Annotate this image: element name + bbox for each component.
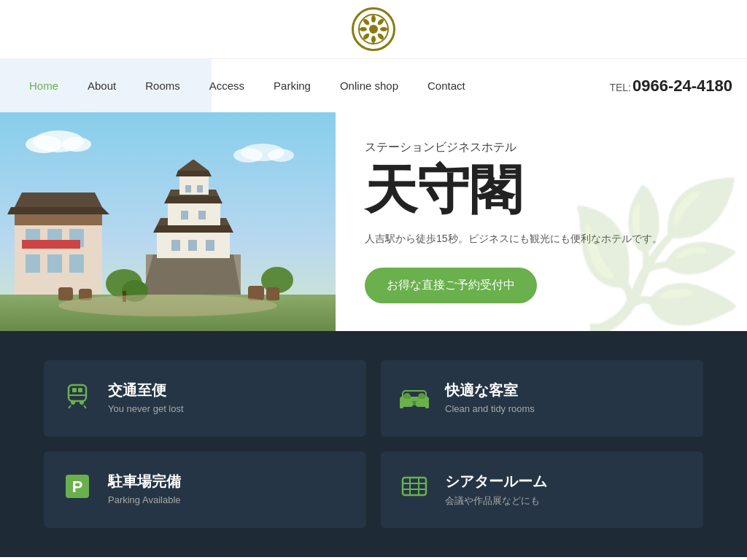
svg-rect-70: [416, 401, 429, 407]
hero-title: 天守閣: [365, 161, 718, 219]
svg-point-51: [268, 149, 294, 162]
hero-subtitle: ステーションビジネスホテル: [365, 140, 718, 155]
feature-card-theater: シアタールーム 会議や作品展などにも: [381, 451, 703, 528]
tel-label: TEL:: [609, 82, 631, 93]
nav-item-contact[interactable]: Contact: [413, 59, 480, 112]
feature-text-transport: 交通至便 You never get lost: [108, 381, 184, 414]
nav-inner: Home About Rooms Access Parking Online s…: [0, 59, 747, 112]
feature-title-room: 快適な客室: [445, 381, 535, 400]
svg-point-61: [71, 400, 75, 405]
svg-marker-14: [7, 207, 109, 214]
hero-image: [0, 112, 336, 331]
svg-rect-52: [58, 287, 73, 300]
train-icon: [61, 381, 93, 416]
hero-section: 🌿 ステーションビジネスホテル 天守閣 人吉駅から徒歩15秒。ビジネスにも観光に…: [0, 112, 747, 331]
svg-rect-22: [22, 240, 80, 249]
svg-marker-29: [164, 196, 222, 203]
nav-item-online-shop[interactable]: Online shop: [325, 59, 413, 112]
svg-rect-37: [181, 211, 188, 219]
svg-marker-26: [153, 225, 233, 233]
svg-text:P: P: [72, 478, 83, 496]
feature-desc-room: Clean and tidy rooms: [445, 403, 535, 414]
svg-point-48: [62, 137, 91, 152]
svg-rect-28: [168, 203, 220, 225]
nav-item-parking[interactable]: Parking: [259, 59, 325, 112]
svg-rect-57: [69, 385, 86, 401]
svg-rect-21: [69, 254, 84, 273]
svg-marker-15: [15, 192, 102, 207]
svg-point-56: [58, 295, 277, 316]
feature-card-parking: P 駐車場完備 Parking Available: [44, 451, 366, 528]
feature-title-transport: 交通至便: [108, 381, 184, 400]
svg-rect-58: [72, 388, 77, 392]
feature-text-parking: 駐車場完備 Parking Available: [108, 472, 181, 505]
feature-desc-theater: 会議や作品展などにも: [445, 494, 547, 508]
hero-buildings-svg: [0, 112, 336, 331]
svg-rect-31: [179, 176, 209, 195]
svg-point-6: [371, 36, 376, 43]
nav-item-home[interactable]: Home: [15, 59, 73, 112]
svg-rect-59: [78, 388, 82, 392]
svg-rect-36: [206, 240, 214, 251]
svg-rect-76: [403, 478, 426, 495]
svg-rect-38: [198, 211, 206, 219]
feature-text-room: 快適な客室 Clean and tidy rooms: [445, 381, 535, 414]
svg-rect-55: [266, 287, 279, 300]
svg-point-50: [233, 148, 263, 163]
nav-item-access[interactable]: Access: [195, 59, 259, 112]
header: [0, 0, 747, 58]
feature-title-parking: 駐車場完備: [108, 472, 181, 491]
svg-rect-34: [171, 240, 180, 251]
svg-rect-39: [185, 185, 191, 192]
hero-description: 人吉駅から徒歩15秒。ビジネスにも観光にも便利なホテルです。: [365, 230, 718, 246]
tel-number: TEL:0966-24-4180: [609, 77, 732, 96]
svg-point-8: [360, 27, 367, 31]
hero-content: 🌿 ステーションビジネスホテル 天守閣 人吉駅から徒歩15秒。ビジネスにも観光に…: [336, 112, 747, 331]
nav-item-rooms[interactable]: Rooms: [131, 59, 195, 112]
svg-rect-35: [188, 240, 197, 251]
feature-card-transport: 交通至便 You never get lost: [44, 360, 366, 437]
svg-point-62: [80, 400, 84, 405]
svg-marker-32: [176, 171, 212, 176]
feature-card-room: 快適な客室 Clean and tidy rooms: [381, 360, 703, 437]
theater-icon: [398, 472, 430, 508]
svg-point-2: [371, 15, 376, 23]
svg-marker-24: [142, 254, 241, 295]
features-section: 交通至便 You never get lost 快適な客室 Clean and …: [0, 331, 747, 557]
svg-rect-69: [400, 401, 413, 407]
feature-text-theater: シアタールーム 会議や作品展などにも: [445, 472, 547, 508]
svg-line-64: [84, 405, 86, 408]
svg-line-63: [69, 405, 71, 408]
logo-icon: [357, 13, 390, 45]
reservation-button[interactable]: お得な直接ご予約受付中: [365, 268, 537, 303]
feature-title-theater: シアタールーム: [445, 472, 547, 491]
svg-rect-20: [47, 254, 62, 273]
svg-point-1: [369, 25, 378, 34]
bed-icon: [398, 381, 430, 416]
svg-point-4: [380, 27, 387, 31]
nav-item-about[interactable]: About: [73, 59, 131, 112]
svg-rect-54: [248, 286, 264, 300]
svg-rect-40: [197, 185, 203, 192]
navigation: Home About Rooms Access Parking Online s…: [0, 58, 747, 112]
feature-desc-transport: You never get lost: [108, 403, 184, 414]
parking-icon: P: [61, 472, 93, 508]
logo[interactable]: [352, 7, 395, 51]
svg-point-47: [26, 136, 62, 153]
logo-circle: [352, 7, 395, 51]
feature-desc-parking: Parking Available: [108, 494, 181, 505]
svg-rect-19: [26, 254, 40, 273]
